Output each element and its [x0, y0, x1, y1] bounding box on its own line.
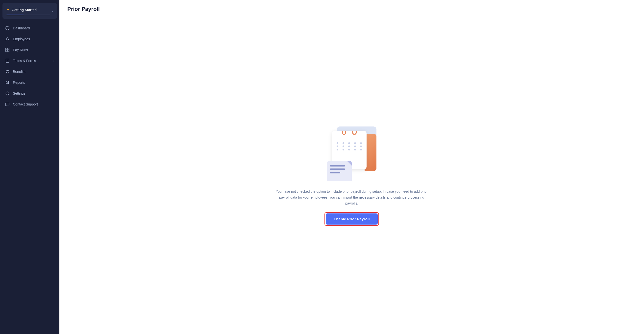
calendar-page [327, 161, 352, 181]
calendar-dot [360, 149, 362, 151]
sidebar-item-reports[interactable]: Reports [0, 77, 60, 88]
sidebar-item-settings-label: Settings [13, 91, 26, 95]
enable-prior-payroll-button[interactable]: Enable Prior Payroll [326, 213, 378, 225]
benefits-icon [5, 69, 10, 74]
sidebar-item-dashboard-label: Dashboard [13, 26, 30, 30]
calendar-dot [336, 149, 338, 151]
star-icon: ✦ [6, 7, 10, 12]
chevron-right-icon: › [52, 10, 53, 13]
calendar-dot [342, 142, 344, 144]
calendar-ring-left [342, 131, 346, 135]
page-body: You have not checked the option to inclu… [60, 17, 644, 334]
calendar-dot [354, 146, 356, 147]
calendar-dot [348, 149, 350, 151]
calendar-dot [354, 142, 356, 144]
svg-rect-2 [6, 48, 7, 50]
calendar-dot [336, 146, 338, 147]
taxes-forms-chevron-icon: › [54, 59, 54, 62]
enable-button-wrapper: Enable Prior Payroll [326, 213, 378, 225]
page-header: Prior Payroll [60, 0, 644, 17]
sidebar-item-benefits[interactable]: Benefits [0, 66, 60, 77]
sidebar-item-reports-label: Reports [13, 81, 25, 84]
svg-point-8 [7, 93, 8, 94]
calendar-dot [336, 142, 338, 144]
description-text: You have not checked the option to inclu… [275, 189, 428, 206]
calendar-dot [342, 146, 344, 147]
sidebar-item-settings[interactable]: Settings [0, 88, 60, 99]
calendar-rings [332, 131, 366, 135]
payroll-illustration [327, 127, 376, 181]
progress-bar-fill [6, 14, 24, 15]
sidebar-item-taxes-forms-label: Taxes & Forms [13, 59, 36, 63]
taxes-forms-icon [5, 59, 10, 63]
contact-support-icon [5, 102, 10, 107]
page-line [330, 172, 340, 173]
sidebar-item-contact-support-label: Contact Support [13, 102, 38, 106]
getting-started-label: Getting Started [12, 8, 37, 12]
reports-icon [5, 80, 10, 85]
sidebar: ✦ Getting Started › Dashboard [0, 0, 60, 334]
svg-rect-5 [8, 50, 9, 52]
calendar-ring-right [352, 131, 357, 135]
settings-icon [5, 91, 10, 96]
calendar-dot [342, 149, 344, 151]
sidebar-item-pay-runs-label: Pay Runs [13, 48, 28, 52]
sidebar-item-employees[interactable]: Employees [0, 34, 60, 44]
dashboard-icon [5, 26, 10, 30]
pay-runs-icon [5, 48, 10, 52]
sidebar-item-getting-started[interactable]: ✦ Getting Started › [2, 3, 57, 19]
page-line [330, 165, 345, 167]
employees-icon [5, 37, 10, 41]
calendar-dot [348, 142, 350, 144]
svg-rect-4 [6, 50, 7, 52]
calendar-dot [348, 146, 350, 147]
sidebar-item-benefits-label: Benefits [13, 70, 26, 74]
sidebar-item-taxes-forms[interactable]: Taxes & Forms › [0, 55, 60, 66]
calendar-dot [354, 149, 356, 151]
calendar-dot [360, 146, 362, 147]
sidebar-item-employees-label: Employees [13, 37, 30, 41]
page-title: Prior Payroll [67, 6, 636, 12]
svg-point-0 [6, 26, 9, 30]
calendar-dots [332, 139, 366, 153]
page-line [330, 168, 345, 170]
sidebar-nav: Dashboard Employees Pay Runs [0, 21, 60, 334]
svg-rect-3 [8, 48, 9, 50]
calendar-dot [360, 142, 362, 144]
sidebar-item-pay-runs[interactable]: Pay Runs [0, 44, 60, 55]
calendar-page-lines [327, 161, 352, 175]
main-content: Prior Payroll [60, 0, 644, 334]
sidebar-item-dashboard[interactable]: Dashboard [0, 23, 60, 34]
sidebar-item-contact-support[interactable]: Contact Support [0, 99, 60, 110]
progress-bar-bg [6, 14, 50, 15]
